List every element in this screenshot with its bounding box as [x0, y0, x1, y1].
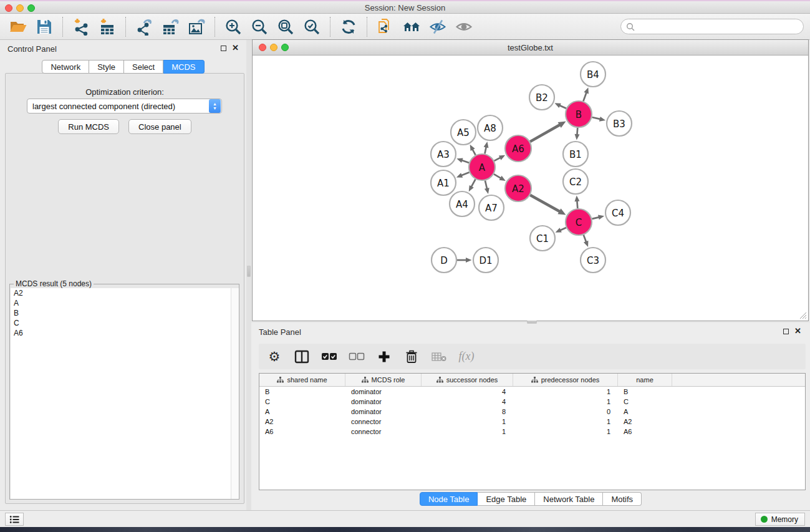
new-network-from-selection-button[interactable] — [375, 16, 396, 37]
network-node-A[interactable]: A — [469, 154, 495, 180]
table-row[interactable]: Bdominator41B — [259, 387, 805, 397]
table-cell[interactable]: 1 — [422, 427, 513, 437]
table-cell[interactable]: A — [618, 407, 672, 417]
search-input[interactable] — [638, 22, 803, 31]
network-node-D1[interactable]: D1 — [473, 248, 498, 273]
horizontal-splitter-grip[interactable] — [527, 321, 537, 324]
column-header-predecessor-nodes[interactable]: predecessor nodes — [513, 374, 618, 386]
table-cell[interactable]: A6 — [618, 427, 672, 437]
tab-mcds[interactable]: MCDS — [163, 60, 204, 74]
tab-motifs[interactable]: Motifs — [603, 492, 642, 506]
network-node-B1[interactable]: B1 — [563, 142, 588, 167]
export-network-button[interactable] — [133, 16, 155, 37]
table-cell[interactable]: dominator — [345, 387, 422, 397]
show-all-button[interactable] — [453, 16, 475, 37]
network-node-A4[interactable]: A4 — [450, 191, 475, 216]
table-cell[interactable]: 0 — [513, 407, 618, 417]
network-edge-A-A4[interactable] — [469, 179, 476, 191]
network-node-A2[interactable]: A2 — [505, 175, 531, 201]
network-edge-A-A3[interactable] — [456, 158, 469, 163]
criterion-dropdown[interactable]: largest connected component (directed) ▲… — [27, 99, 222, 114]
tab-network-table[interactable]: Network Table — [535, 492, 603, 506]
vertical-splitter-grip[interactable] — [247, 266, 251, 277]
table-cell[interactable]: C — [618, 397, 672, 407]
delete-table-button[interactable] — [430, 347, 448, 366]
table-cell[interactable]: A2 — [259, 417, 345, 427]
network-node-D[interactable]: D — [432, 248, 456, 273]
refresh-button[interactable] — [338, 16, 359, 37]
mcds-result-item[interactable]: B — [11, 308, 239, 318]
tab-style[interactable]: Style — [89, 60, 124, 74]
network-node-B3[interactable]: B3 — [607, 111, 632, 136]
column-header-name[interactable]: name — [618, 374, 672, 386]
network-node-B2[interactable]: B2 — [529, 85, 554, 110]
table-cell[interactable]: A6 — [259, 427, 345, 437]
vertical-splitter[interactable] — [246, 40, 251, 510]
select-all-button[interactable] — [320, 347, 339, 366]
split-columns-button[interactable] — [292, 347, 311, 366]
network-node-B4[interactable]: B4 — [581, 62, 605, 87]
network-edge-A-A5[interactable] — [470, 145, 476, 155]
network-node-A1[interactable]: A1 — [431, 170, 456, 195]
tab-network[interactable]: Network — [42, 60, 89, 74]
home-button[interactable] — [401, 16, 422, 37]
table-cell[interactable]: 4 — [422, 397, 513, 407]
network-node-A6[interactable]: A6 — [505, 135, 531, 162]
table-cell[interactable]: A — [259, 407, 345, 417]
tab-node-table[interactable]: Node Table — [420, 492, 478, 506]
delete-column-button[interactable] — [402, 347, 421, 366]
table-cell[interactable]: B — [259, 387, 345, 397]
hide-selected-button[interactable] — [427, 16, 448, 37]
network-node-B[interactable]: B — [566, 101, 592, 127]
network-node-C[interactable]: C — [566, 209, 592, 235]
zoom-fit-button[interactable] — [275, 16, 296, 37]
close-panel-icon[interactable]: ✕ — [232, 43, 239, 52]
function-builder-button[interactable]: f(x) — [457, 347, 476, 366]
mcds-result-item[interactable]: A2 — [11, 288, 239, 298]
mcds-result-item[interactable]: A6 — [11, 328, 239, 338]
network-edge-A-A6[interactable] — [494, 155, 506, 161]
table-cell[interactable]: B — [618, 387, 672, 397]
deselect-all-button[interactable] — [347, 347, 366, 366]
export-image-button[interactable] — [186, 16, 207, 37]
search-field[interactable] — [620, 19, 804, 34]
network-node-C2[interactable]: C2 — [563, 169, 588, 194]
zoom-in-button[interactable] — [223, 16, 244, 37]
mcds-result-item[interactable]: C — [11, 318, 239, 328]
table-cell[interactable]: 1 — [513, 417, 618, 427]
network-edge-C-C3[interactable] — [584, 235, 589, 247]
network-edge-A-A1[interactable] — [456, 172, 470, 178]
table-row[interactable]: Adominator80A — [259, 407, 805, 417]
table-row[interactable]: A6connector11A6 — [259, 427, 805, 437]
network-node-A5[interactable]: A5 — [451, 120, 476, 145]
import-network-button[interactable] — [70, 16, 92, 37]
close-panel-button[interactable]: Close panel — [128, 119, 191, 134]
table-settings-button[interactable]: ⚙ — [265, 347, 284, 366]
network-edge-A-A2[interactable] — [494, 174, 506, 181]
import-table-button[interactable] — [97, 16, 118, 37]
table-cell[interactable]: 4 — [422, 387, 513, 397]
table-float-panel-icon[interactable] — [783, 329, 789, 334]
network-node-A8[interactable]: A8 — [478, 115, 503, 140]
network-edge-A2-C[interactable] — [530, 195, 566, 215]
network-canvas[interactable]: A5A8A3A6AA1A4A7A2B2B4BB3B1C2C4CC1C3DD1 — [253, 56, 808, 321]
network-edge-C-C4[interactable] — [592, 215, 604, 220]
table-cell[interactable]: 1 — [513, 427, 618, 437]
table-cell[interactable]: A2 — [618, 417, 672, 427]
column-header-successor-nodes[interactable]: successor nodes — [422, 374, 513, 386]
mcds-result-item[interactable]: A — [11, 298, 239, 308]
tab-edge-table[interactable]: Edge Table — [478, 492, 535, 506]
network-edge-A-A8[interactable] — [484, 142, 489, 153]
window-resize-grip[interactable] — [799, 311, 807, 319]
network-node-C4[interactable]: C4 — [605, 200, 630, 225]
network-edge-A-A7[interactable] — [485, 180, 489, 194]
table-cell[interactable]: dominator — [345, 407, 422, 417]
table-cell[interactable]: dominator — [345, 397, 422, 407]
network-node-C3[interactable]: C3 — [581, 248, 605, 273]
table-cell[interactable]: 1 — [422, 417, 513, 427]
network-edge-C-C1[interactable] — [556, 228, 566, 233]
network-edge-C-C2[interactable] — [574, 195, 579, 208]
table-row[interactable]: Cdominator41C — [259, 397, 805, 407]
network-edge-D-D1[interactable] — [457, 258, 472, 263]
network-edge-B-B2[interactable] — [554, 103, 566, 108]
